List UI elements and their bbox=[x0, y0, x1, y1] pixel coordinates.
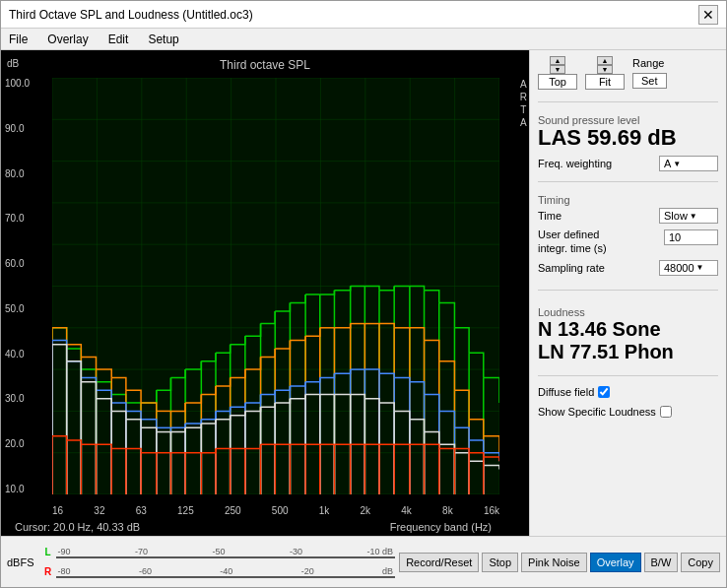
time-row: Time Slow ▼ bbox=[538, 208, 718, 224]
top-controls: ▲ ▼ Top ▲ ▼ Fit Range Set bbox=[538, 56, 718, 90]
show-specific-label: Show Specific Loudness bbox=[538, 406, 656, 418]
sampling-row: Sampling rate 48000 ▼ bbox=[538, 260, 718, 276]
spl-section: Sound pressure level LAS 59.69 dB bbox=[538, 110, 718, 150]
chart-canvas bbox=[52, 78, 499, 494]
x-axis: 16 32 63 125 250 500 1k 2k 4k 8k 16k bbox=[52, 505, 499, 516]
y-tick-60: 60.0 bbox=[5, 258, 30, 269]
show-specific-checkbox[interactable] bbox=[660, 406, 672, 418]
range-set-group: Range Set bbox=[632, 57, 667, 89]
divider-4 bbox=[538, 375, 718, 376]
channel-l-label: L bbox=[42, 547, 54, 557]
record-reset-button[interactable]: Record/Reset bbox=[399, 553, 479, 572]
user-integr-label: User definedintegr. time (s) bbox=[538, 228, 607, 256]
x-tick-500: 500 bbox=[272, 505, 289, 516]
x-tick-32: 32 bbox=[94, 505, 104, 516]
db-label: dB bbox=[7, 58, 19, 69]
tick-db: dB bbox=[382, 566, 393, 576]
tick-minus70: -70 bbox=[135, 547, 148, 556]
diffuse-field-label: Diffuse field bbox=[538, 386, 594, 398]
top-value-button[interactable]: Top bbox=[538, 74, 577, 90]
sampling-arrow: ▼ bbox=[696, 263, 704, 272]
time-arrow: ▼ bbox=[690, 212, 697, 221]
range-label: Range bbox=[632, 57, 664, 69]
tick-minus40: -40 bbox=[220, 566, 232, 576]
fit-spinner-arrows: ▲ ▼ bbox=[597, 56, 613, 74]
x-tick-16: 16 bbox=[52, 505, 63, 516]
pink-noise-button[interactable]: Pink Noise bbox=[521, 553, 587, 572]
y-tick-40: 40.0 bbox=[5, 349, 30, 359]
ln-value: LN 77.51 Phon bbox=[538, 341, 718, 363]
timing-section: Timing Time Slow ▼ User definedintegr. t… bbox=[538, 194, 718, 278]
user-integr-row: User definedintegr. time (s) bbox=[538, 228, 718, 256]
x-tick-2k: 2k bbox=[361, 505, 371, 516]
set-button[interactable]: Set bbox=[632, 73, 667, 89]
meter-bar-r bbox=[56, 576, 396, 578]
fit-value-button[interactable]: Fit bbox=[585, 74, 625, 90]
meter-bar-l bbox=[56, 556, 396, 558]
time-label: Time bbox=[538, 210, 562, 222]
close-button[interactable]: ✕ bbox=[698, 5, 718, 25]
diffuse-field-checkbox[interactable] bbox=[598, 386, 610, 398]
x-tick-63: 63 bbox=[136, 505, 147, 516]
y-tick-80: 80.0 bbox=[5, 168, 30, 179]
fit-down-button[interactable]: ▼ bbox=[597, 65, 613, 74]
stop-button[interactable]: Stop bbox=[482, 553, 518, 572]
top-up-button[interactable]: ▲ bbox=[550, 56, 565, 65]
freq-weight-row: Freq. weighting A ▼ bbox=[538, 156, 718, 171]
x-tick-16k: 16k bbox=[484, 505, 499, 516]
sampling-value: 48000 bbox=[664, 262, 694, 274]
top-spinner-arrows: ▲ ▼ bbox=[550, 56, 565, 74]
menu-overlay[interactable]: Overlay bbox=[43, 31, 92, 48]
chart-area: Third octave SPL 100.0 90.0 80.0 70.0 60… bbox=[1, 50, 529, 536]
fit-control: ▲ ▼ Fit bbox=[585, 56, 625, 90]
y-axis: 100.0 90.0 80.0 70.0 60.0 50.0 40.0 30.0… bbox=[5, 78, 30, 494]
y-tick-50: 50.0 bbox=[5, 303, 30, 314]
x-tick-125: 125 bbox=[177, 505, 194, 516]
arta-label: ARTA bbox=[520, 78, 527, 129]
overlay-button[interactable]: Overlay bbox=[590, 553, 641, 572]
time-dropdown[interactable]: Slow ▼ bbox=[659, 208, 718, 224]
bw-button[interactable]: B/W bbox=[644, 553, 679, 572]
tick-minus20: -20 bbox=[301, 566, 314, 576]
sampling-dropdown[interactable]: 48000 ▼ bbox=[659, 260, 718, 276]
freq-weight-value: A bbox=[664, 158, 671, 169]
y-tick-10: 10.0 bbox=[5, 484, 30, 494]
time-value: Slow bbox=[664, 210, 688, 222]
x-tick-4k: 4k bbox=[401, 505, 412, 516]
tick-minus30: -30 bbox=[290, 547, 302, 556]
menu-setup[interactable]: Setup bbox=[144, 31, 182, 48]
window-title: Third Octave SPL and Loudness (Untitled.… bbox=[9, 8, 253, 22]
tick-minus10-db: -10 dB bbox=[367, 547, 394, 556]
fit-up-button[interactable]: ▲ bbox=[597, 56, 613, 65]
y-tick-90: 90.0 bbox=[5, 123, 30, 134]
x-tick-1k: 1k bbox=[319, 505, 330, 516]
level-meters: L -90 -70 -50 -30 -10 dB R bbox=[42, 544, 396, 581]
menu-file[interactable]: File bbox=[5, 31, 32, 48]
y-tick-70: 70.0 bbox=[5, 213, 30, 224]
freq-band-label: Frequency band (Hz) bbox=[390, 521, 521, 533]
tick-minus90: -90 bbox=[58, 547, 71, 556]
copy-button[interactable]: Copy bbox=[681, 553, 720, 572]
x-tick-250: 250 bbox=[225, 505, 241, 516]
sampling-label: Sampling rate bbox=[538, 262, 605, 274]
y-tick-30: 30.0 bbox=[5, 393, 30, 404]
top-down-button[interactable]: ▼ bbox=[550, 65, 565, 74]
menu-bar: File Overlay Edit Setup bbox=[1, 29, 726, 50]
las-value: LAS 59.69 dB bbox=[538, 126, 718, 150]
freq-weight-dropdown[interactable]: A ▼ bbox=[659, 156, 718, 171]
x-tick-8k: 8k bbox=[442, 505, 453, 516]
channel-r-label: R bbox=[42, 566, 54, 577]
timing-label: Timing bbox=[538, 194, 718, 206]
title-bar: Third Octave SPL and Loudness (Untitled.… bbox=[1, 1, 726, 29]
tick-minus60: -60 bbox=[139, 566, 152, 576]
user-integr-input[interactable] bbox=[664, 229, 718, 245]
dbfs-label: dBFS bbox=[7, 556, 34, 568]
y-tick-20: 20.0 bbox=[5, 438, 30, 449]
loudness-section: Loudness N 13.46 Sone LN 77.51 Phon bbox=[538, 302, 718, 363]
tick-minus80: -80 bbox=[58, 566, 71, 576]
divider-3 bbox=[538, 290, 718, 291]
freq-weight-label: Freq. weighting bbox=[538, 158, 612, 169]
menu-edit[interactable]: Edit bbox=[104, 31, 133, 48]
meter-row-l: L -90 -70 -50 -30 -10 dB bbox=[42, 544, 396, 561]
action-buttons: Record/Reset Stop Pink Noise Overlay B/W… bbox=[399, 553, 720, 572]
